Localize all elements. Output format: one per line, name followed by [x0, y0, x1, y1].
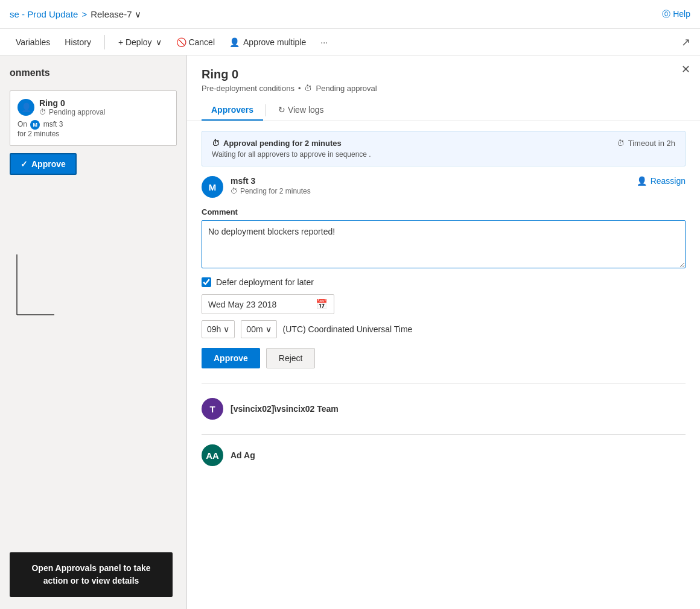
help-button[interactable]: ⓪ Help: [662, 9, 690, 20]
section-divider: [202, 383, 686, 383]
ring-card-header: 👤 Ring 0 ⏱ Pending approval: [18, 98, 169, 116]
subtitle-status: Pending approval: [316, 84, 377, 93]
reject-btn-label: Reject: [279, 353, 303, 363]
approver1-avatar: M: [202, 176, 223, 198]
panel-section-title: onments: [0, 55, 186, 86]
approver2-name: [vsincix02]\vsincix02 Team: [231, 404, 686, 414]
reassign-label: Reassign: [651, 176, 686, 186]
date-field[interactable]: Wed May 23 2018 📅: [202, 294, 334, 314]
approve-check-icon: ✓: [21, 159, 28, 169]
tooltip-text: Open Approvals panel to take action or t…: [31, 563, 150, 585]
approver3-avatar: AA: [202, 444, 223, 466]
timeout-icon: ⏱: [617, 139, 625, 148]
info-banner-right: ⏱ Timeout in 2h: [617, 139, 675, 148]
approver3-name: Ad Ag: [231, 450, 686, 460]
approver1-pending-icon: ⏱: [231, 187, 238, 195]
breadcrumb-area: se - Prod Update > Release-7 ∨: [10, 9, 141, 20]
approver3-row: AA Ad Ag: [187, 440, 700, 471]
timeout-label: Timeout in 2h: [628, 139, 675, 148]
hours-select[interactable]: 09h ∨: [202, 320, 235, 338]
ring-card-title-area: Ring 0 ⏱ Pending approval: [39, 98, 105, 116]
info-banner: ⏱ Approval pending for 2 minutes Waiting…: [202, 131, 686, 166]
info-banner-title: ⏱ Approval pending for 2 minutes: [212, 139, 609, 148]
approver2-row: T [vsincix02]\vsincix02 Team: [187, 388, 700, 429]
datetime-section: Wed May 23 2018 📅 09h ∨ 00m ∨ (UTC) Coor…: [187, 294, 700, 338]
approve-button[interactable]: Approve: [202, 348, 260, 368]
connector-lines: [0, 254, 121, 345]
approve-multiple-button[interactable]: 👤 Approve multiple: [223, 34, 312, 51]
pending-icon: ⏱: [304, 84, 312, 93]
approver1-row: M msft 3 ⏱ Pending for 2 minutes 👤 Reass…: [202, 176, 686, 198]
release-label: Release-7: [91, 9, 132, 19]
deploy-button[interactable]: + Deploy ∨: [112, 34, 168, 51]
breadcrumb-prefix: se - Prod Update: [10, 9, 78, 19]
approver1-info: msft 3 ⏱ Pending for 2 minutes: [231, 176, 629, 195]
comment-textarea[interactable]: No deployment blockers reported!: [202, 220, 686, 268]
section-divider-2: [202, 434, 686, 435]
ring-card-title: Ring 0: [39, 98, 105, 108]
defer-checkbox[interactable]: [202, 277, 211, 287]
info-banner-subtitle: Waiting for all approvers to approve in …: [212, 150, 609, 159]
on-label: On: [18, 120, 27, 128]
ring-status-icon: ⏱: [39, 108, 46, 116]
approve-action-button[interactable]: ✓ Approve: [10, 153, 77, 175]
info-banner-left: ⏱ Approval pending for 2 minutes Waiting…: [212, 139, 609, 159]
approver2-avatar: T: [202, 398, 223, 420]
more-button[interactable]: ···: [314, 34, 334, 51]
comment-label: Comment: [202, 207, 686, 216]
approver2-initial: T: [209, 404, 215, 414]
ring-card-status: ⏱ Pending approval: [39, 108, 105, 116]
hours-value: 09h: [207, 324, 221, 334]
approve-button-label: Approve: [31, 159, 66, 169]
breadcrumb: se - Prod Update > Release-7 ∨: [10, 9, 141, 20]
release-chevron-icon[interactable]: ∨: [135, 9, 141, 20]
date-value: Wed May 23 2018: [208, 300, 276, 309]
calendar-icon: 📅: [316, 298, 328, 310]
ring-avatar: 👤: [18, 99, 34, 116]
approver1-pending-text: Pending for 2 minutes: [240, 187, 311, 195]
toolbar: Variables History + Deploy ∨ 🚫 Cancel 👤 …: [0, 29, 700, 55]
ring-status-label: Pending approval: [49, 108, 105, 116]
approve-button-container: ✓ Approve: [10, 153, 177, 175]
time-row: 09h ∨ 00m ∨ (UTC) Coordinated Universal …: [202, 320, 686, 338]
for-label: for 2 minutes: [18, 130, 59, 138]
deploy-label: + Deploy: [118, 37, 152, 47]
approve-btn-label: Approve: [214, 353, 248, 363]
defer-label: Defer deployment for later: [216, 277, 314, 287]
timezone-label: (UTC) Coordinated Universal Time: [283, 324, 413, 334]
defer-section: Defer deployment for later: [187, 270, 700, 294]
main-layout: onments 👤 Ring 0 ⏱ Pending approval On M…: [0, 55, 700, 609]
left-panel: onments 👤 Ring 0 ⏱ Pending approval On M…: [0, 55, 187, 609]
more-label: ···: [320, 37, 328, 47]
approver3-info: Ad Ag: [231, 450, 686, 460]
banner-title-text: Approval pending for 2 minutes: [223, 139, 342, 148]
close-button[interactable]: ✕: [681, 63, 690, 76]
top-bar: se - Prod Update > Release-7 ∨ ⓪ Help: [0, 0, 700, 29]
cancel-label: 🚫 Cancel: [176, 37, 215, 47]
approvers-tab-label: Approvers: [211, 105, 253, 115]
hours-chevron-icon: ∨: [223, 324, 229, 334]
reassign-icon: 👤: [637, 176, 647, 186]
reject-button[interactable]: Reject: [266, 348, 316, 368]
tabs: Approvers ↻ View logs: [202, 100, 686, 121]
history-button[interactable]: History: [59, 34, 97, 51]
panel-title: Ring 0: [202, 68, 686, 81]
expand-icon: ↗: [681, 36, 690, 48]
tab-view-logs[interactable]: ↻ View logs: [269, 100, 334, 121]
expand-button[interactable]: ↗: [681, 36, 690, 49]
variables-label: Variables: [16, 37, 50, 47]
history-label: History: [65, 37, 91, 47]
approver1-name: msft 3: [231, 176, 629, 186]
approver3-initial: AA: [206, 450, 219, 461]
tab-approvers[interactable]: Approvers: [202, 100, 263, 121]
approver1-pending: ⏱ Pending for 2 minutes: [231, 187, 629, 195]
msft-badge: M: [30, 120, 40, 130]
ring-card[interactable]: 👤 Ring 0 ⏱ Pending approval On M msft 3 …: [10, 90, 177, 146]
minutes-select[interactable]: 00m ∨: [241, 320, 276, 338]
cancel-button[interactable]: 🚫 Cancel: [170, 34, 221, 51]
breadcrumb-release[interactable]: Release-7 ∨: [91, 9, 141, 20]
minutes-chevron-icon: ∨: [266, 324, 272, 334]
variables-button[interactable]: Variables: [10, 34, 56, 51]
reassign-button[interactable]: 👤 Reassign: [637, 176, 686, 186]
help-label: ⓪ Help: [662, 9, 690, 19]
